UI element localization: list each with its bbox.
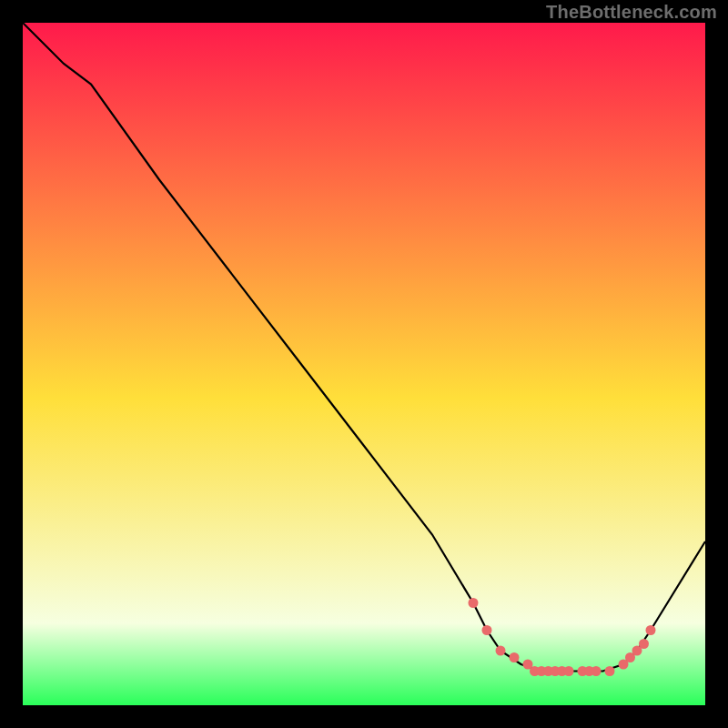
- plot-area: [23, 23, 705, 705]
- data-point: [469, 598, 479, 608]
- data-point: [592, 666, 602, 676]
- gradient-background: [23, 23, 705, 705]
- data-point: [510, 652, 520, 662]
- data-point: [482, 625, 492, 635]
- watermark-label: TheBottleneck.com: [546, 2, 717, 23]
- data-point: [639, 639, 649, 649]
- data-point: [496, 646, 506, 656]
- chart-svg: [23, 23, 705, 705]
- data-point: [646, 625, 656, 635]
- data-point: [564, 666, 574, 676]
- data-point: [605, 666, 615, 676]
- chart-frame: TheBottleneck.com: [0, 0, 728, 728]
